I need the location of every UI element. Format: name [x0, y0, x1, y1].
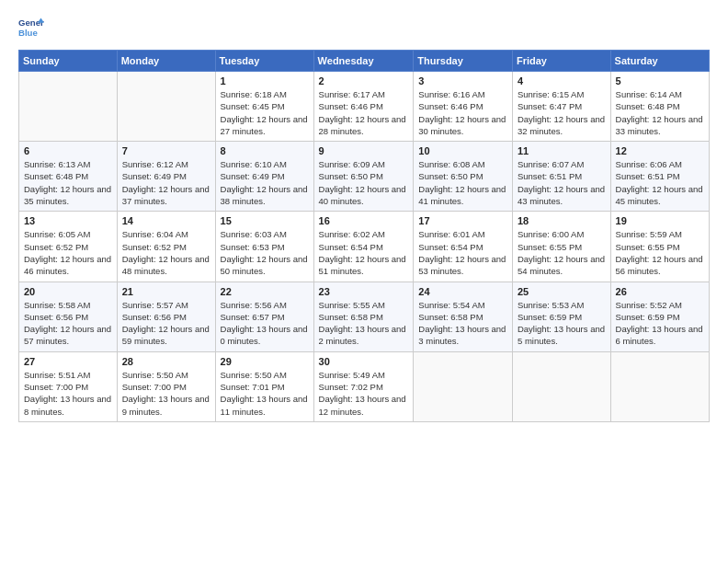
day-number: 10: [418, 145, 507, 156]
logo: General Blue: [18, 15, 44, 40]
day-cell: 6Sunrise: 6:13 AM Sunset: 6:48 PM Daylig…: [19, 142, 118, 212]
day-number: 25: [518, 286, 606, 297]
day-info: Sunrise: 5:58 AM Sunset: 6:56 PM Dayligh…: [24, 299, 112, 348]
day-info: Sunrise: 6:02 AM Sunset: 6:54 PM Dayligh…: [319, 228, 409, 277]
day-cell: [19, 72, 118, 142]
day-number: 16: [319, 215, 409, 226]
day-number: 8: [221, 145, 309, 156]
day-cell: 9Sunrise: 6:09 AM Sunset: 6:50 PM Daylig…: [313, 142, 414, 212]
day-info: Sunrise: 5:50 AM Sunset: 7:00 PM Dayligh…: [122, 369, 210, 418]
day-number: 26: [616, 286, 704, 297]
day-cell: 12Sunrise: 6:06 AM Sunset: 6:51 PM Dayli…: [610, 142, 709, 212]
week-row-4: 20Sunrise: 5:58 AM Sunset: 6:56 PM Dayli…: [19, 282, 710, 351]
day-info: Sunrise: 6:13 AM Sunset: 6:48 PM Dayligh…: [24, 158, 112, 207]
day-cell: 17Sunrise: 6:01 AM Sunset: 6:54 PM Dayli…: [414, 212, 513, 282]
day-info: Sunrise: 6:09 AM Sunset: 6:50 PM Dayligh…: [319, 158, 409, 207]
day-cell: 2Sunrise: 6:17 AM Sunset: 6:46 PM Daylig…: [313, 72, 414, 142]
day-cell: 30Sunrise: 5:49 AM Sunset: 7:02 PM Dayli…: [313, 351, 414, 421]
day-cell: 10Sunrise: 6:08 AM Sunset: 6:50 PM Dayli…: [414, 142, 513, 212]
day-info: Sunrise: 6:17 AM Sunset: 6:46 PM Dayligh…: [319, 88, 409, 137]
day-cell: 29Sunrise: 5:50 AM Sunset: 7:01 PM Dayli…: [215, 351, 313, 421]
day-info: Sunrise: 6:07 AM Sunset: 6:51 PM Dayligh…: [518, 158, 606, 207]
day-info: Sunrise: 5:54 AM Sunset: 6:58 PM Dayligh…: [418, 299, 507, 348]
day-info: Sunrise: 5:53 AM Sunset: 6:59 PM Dayligh…: [518, 299, 606, 348]
day-cell: 23Sunrise: 5:55 AM Sunset: 6:58 PM Dayli…: [313, 282, 414, 351]
day-number: 17: [418, 215, 507, 226]
day-cell: 4Sunrise: 6:15 AM Sunset: 6:47 PM Daylig…: [512, 72, 610, 142]
day-info: Sunrise: 6:12 AM Sunset: 6:49 PM Dayligh…: [122, 158, 210, 207]
day-info: Sunrise: 5:57 AM Sunset: 6:56 PM Dayligh…: [122, 299, 210, 348]
day-number: 20: [24, 286, 112, 297]
col-header-wednesday: Wednesday: [313, 51, 414, 72]
day-cell: 15Sunrise: 6:03 AM Sunset: 6:53 PM Dayli…: [215, 212, 313, 282]
day-number: 1: [221, 75, 309, 86]
page: General Blue SundayMondayTuesdayWednesda…: [0, 0, 728, 563]
day-info: Sunrise: 5:52 AM Sunset: 6:59 PM Dayligh…: [616, 299, 704, 348]
day-number: 4: [518, 75, 606, 86]
day-number: 9: [319, 145, 409, 156]
day-cell: 7Sunrise: 6:12 AM Sunset: 6:49 PM Daylig…: [117, 142, 215, 212]
day-info: Sunrise: 5:50 AM Sunset: 7:01 PM Dayligh…: [221, 369, 309, 418]
day-number: 11: [518, 145, 606, 156]
day-number: 6: [24, 145, 112, 156]
day-number: 15: [221, 215, 309, 226]
day-cell: 16Sunrise: 6:02 AM Sunset: 6:54 PM Dayli…: [313, 212, 414, 282]
day-number: 12: [616, 145, 704, 156]
day-cell: 19Sunrise: 5:59 AM Sunset: 6:55 PM Dayli…: [610, 212, 709, 282]
day-number: 23: [319, 286, 409, 297]
day-cell: 1Sunrise: 6:18 AM Sunset: 6:45 PM Daylig…: [215, 72, 313, 142]
day-info: Sunrise: 5:49 AM Sunset: 7:02 PM Dayligh…: [319, 369, 409, 418]
day-cell: [117, 72, 215, 142]
day-cell: 14Sunrise: 6:04 AM Sunset: 6:52 PM Dayli…: [117, 212, 215, 282]
day-number: 19: [616, 215, 704, 226]
logo-icon: General Blue: [18, 15, 44, 40]
week-row-3: 13Sunrise: 6:05 AM Sunset: 6:52 PM Dayli…: [19, 212, 710, 282]
svg-text:Blue: Blue: [18, 28, 38, 38]
day-info: Sunrise: 6:00 AM Sunset: 6:55 PM Dayligh…: [518, 228, 606, 277]
col-header-friday: Friday: [512, 51, 610, 72]
day-info: Sunrise: 6:05 AM Sunset: 6:52 PM Dayligh…: [24, 228, 112, 277]
day-info: Sunrise: 5:51 AM Sunset: 7:00 PM Dayligh…: [24, 369, 112, 418]
day-cell: [512, 351, 610, 421]
day-number: 22: [221, 286, 309, 297]
day-number: 27: [24, 356, 112, 367]
col-header-thursday: Thursday: [414, 51, 513, 72]
header: General Blue: [18, 15, 710, 40]
day-info: Sunrise: 6:14 AM Sunset: 6:48 PM Dayligh…: [616, 88, 704, 137]
day-info: Sunrise: 5:59 AM Sunset: 6:55 PM Dayligh…: [616, 228, 704, 277]
day-cell: 3Sunrise: 6:16 AM Sunset: 6:46 PM Daylig…: [414, 72, 513, 142]
day-info: Sunrise: 6:18 AM Sunset: 6:45 PM Dayligh…: [221, 88, 309, 137]
col-header-sunday: Sunday: [19, 51, 118, 72]
day-info: Sunrise: 6:16 AM Sunset: 6:46 PM Dayligh…: [418, 88, 507, 137]
day-cell: 24Sunrise: 5:54 AM Sunset: 6:58 PM Dayli…: [414, 282, 513, 351]
day-info: Sunrise: 6:03 AM Sunset: 6:53 PM Dayligh…: [221, 228, 309, 277]
day-info: Sunrise: 6:15 AM Sunset: 6:47 PM Dayligh…: [518, 88, 606, 137]
day-number: 30: [319, 356, 409, 367]
week-row-5: 27Sunrise: 5:51 AM Sunset: 7:00 PM Dayli…: [19, 351, 710, 421]
day-cell: 13Sunrise: 6:05 AM Sunset: 6:52 PM Dayli…: [19, 212, 118, 282]
day-number: 28: [122, 356, 210, 367]
day-cell: 18Sunrise: 6:00 AM Sunset: 6:55 PM Dayli…: [512, 212, 610, 282]
day-info: Sunrise: 6:08 AM Sunset: 6:50 PM Dayligh…: [418, 158, 507, 207]
week-row-2: 6Sunrise: 6:13 AM Sunset: 6:48 PM Daylig…: [19, 142, 710, 212]
day-cell: 8Sunrise: 6:10 AM Sunset: 6:49 PM Daylig…: [215, 142, 313, 212]
day-info: Sunrise: 6:10 AM Sunset: 6:49 PM Dayligh…: [221, 158, 309, 207]
day-info: Sunrise: 6:01 AM Sunset: 6:54 PM Dayligh…: [418, 228, 507, 277]
day-number: 24: [418, 286, 507, 297]
day-number: 5: [616, 75, 704, 86]
day-number: 29: [221, 356, 309, 367]
col-header-saturday: Saturday: [610, 51, 709, 72]
day-number: 2: [319, 75, 409, 86]
day-cell: 26Sunrise: 5:52 AM Sunset: 6:59 PM Dayli…: [610, 282, 709, 351]
col-header-monday: Monday: [117, 51, 215, 72]
week-row-1: 1Sunrise: 6:18 AM Sunset: 6:45 PM Daylig…: [19, 72, 710, 142]
day-cell: 22Sunrise: 5:56 AM Sunset: 6:57 PM Dayli…: [215, 282, 313, 351]
day-cell: 28Sunrise: 5:50 AM Sunset: 7:00 PM Dayli…: [117, 351, 215, 421]
day-cell: [610, 351, 709, 421]
day-cell: [414, 351, 513, 421]
day-number: 14: [122, 215, 210, 226]
day-cell: 20Sunrise: 5:58 AM Sunset: 6:56 PM Dayli…: [19, 282, 118, 351]
day-info: Sunrise: 5:55 AM Sunset: 6:58 PM Dayligh…: [319, 299, 409, 348]
day-cell: 21Sunrise: 5:57 AM Sunset: 6:56 PM Dayli…: [117, 282, 215, 351]
calendar-table: SundayMondayTuesdayWednesdayThursdayFrid…: [18, 50, 710, 422]
